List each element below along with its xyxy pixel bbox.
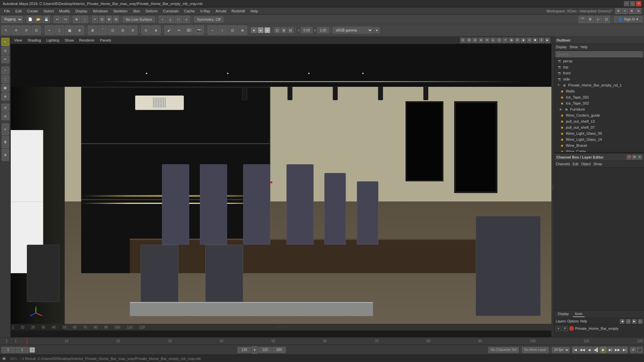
loop-btn[interactable]: ↺ — [630, 347, 636, 353]
color1[interactable]: ● — [251, 27, 257, 33]
snap-to-point[interactable]: ⊡ — [108, 25, 117, 35]
vp-icon-3[interactable]: ⊟ — [472, 38, 478, 43]
tbr-btn-4[interactable]: ◇ — [183, 16, 190, 23]
layer-opt-help[interactable]: Help — [580, 319, 587, 323]
show-manip[interactable]: ⊕ — [238, 25, 247, 35]
render-btn[interactable]: 🎬 — [579, 16, 586, 23]
layer-next-btn[interactable]: ▶ — [632, 319, 637, 324]
outliner-item-ice1[interactable]: ▣ Ice_Tape_001 — [554, 94, 644, 100]
layer-btn-2[interactable]: ≣ — [2, 136, 9, 148]
soft-select[interactable]: ⊙ — [141, 25, 151, 35]
layer-btn-1[interactable]: ≡ — [2, 123, 9, 135]
rotate-manip[interactable]: ↕ — [218, 25, 227, 35]
playback-range-btn[interactable]: ▾ — [252, 346, 258, 354]
save-scene-btn[interactable]: 💾 — [43, 16, 50, 23]
3d-scene[interactable]: X Y Z persp 1 10 20 30 40 50 60 — [11, 44, 551, 330]
redo-btn[interactable]: ↪ — [62, 16, 69, 23]
vp-ss-btn[interactable]: ⊛ — [515, 38, 520, 43]
snap-btn-4[interactable]: ⊟ — [113, 16, 119, 23]
out-menu-help[interactable]: Help — [581, 45, 588, 49]
cb-settings-btn[interactable]: ⚙ — [632, 155, 637, 160]
outliner-item-glass14[interactable]: ▣ Wine_Light_Glass_14 — [554, 136, 644, 142]
menu-display[interactable]: Display — [73, 8, 90, 14]
component-select-edge[interactable]: ⌶ — [55, 25, 64, 35]
layer-playback-btn[interactable]: P — [562, 326, 568, 331]
display-mode-2[interactable]: ⊞ — [281, 27, 287, 33]
outliner-item-wine-cable[interactable]: ▣ Wine_Cable — [554, 148, 644, 152]
layer-prev-all-btn[interactable]: ◁ — [626, 319, 631, 324]
value2-input[interactable] — [317, 27, 329, 33]
outliner-item-wine-coolers[interactable]: ▣ Wine_Coolers_guide — [554, 112, 644, 118]
vp-icon-2[interactable]: ⊞ — [466, 38, 472, 43]
layer-tab-display[interactable]: Display — [556, 311, 571, 317]
open-scene-btn[interactable]: 📂 — [35, 16, 42, 23]
color-profile-settings[interactable]: ▾ — [374, 27, 380, 33]
layer-btn-3[interactable]: ⊞ — [2, 149, 9, 161]
vp-menu-shading[interactable]: Shading — [25, 38, 43, 43]
vp-shadow-btn[interactable]: ◑ — [508, 38, 514, 43]
uvmap-btn[interactable]: ⊕ — [1, 93, 9, 101]
snap-to-curve[interactable]: ⌒ — [98, 25, 107, 35]
snap-btn-3[interactable]: ⊞ — [106, 16, 112, 23]
autokey-btn[interactable]: ⚫ — [637, 347, 643, 353]
sculpt-tool[interactable]: ✏ — [174, 25, 184, 35]
lasso-btn[interactable]: ◌ — [81, 16, 88, 23]
next-frame-btn[interactable]: ▶| — [607, 347, 614, 353]
menu-skeleton[interactable]: Skeleton — [110, 8, 130, 14]
value1-input[interactable] — [301, 27, 313, 33]
end-frame-input[interactable] — [237, 347, 251, 353]
vp-grid-btn[interactable]: ⊕ — [478, 38, 484, 43]
minimize-button[interactable]: ─ — [624, 1, 629, 6]
outliner-item-walls[interactable]: ▣ Walls — [554, 88, 644, 94]
outliner-item-persp[interactable]: 📷 persp — [554, 58, 644, 64]
select-tool[interactable]: ↖ — [1, 25, 11, 35]
go-end-btn[interactable]: ▶| — [621, 347, 628, 353]
snap-btn-1[interactable]: ⌖ — [92, 16, 98, 23]
cb-close-btn[interactable]: ✕ — [637, 155, 642, 160]
show-isolate[interactable]: ◎ — [1, 104, 9, 112]
menu-help[interactable]: Help — [248, 8, 261, 14]
paint-tool[interactable]: 🖌 — [164, 25, 174, 35]
vp-menu-show[interactable]: Show — [63, 38, 76, 43]
close-button[interactable]: ✕ — [636, 1, 641, 6]
outliner-item-shelf07[interactable]: ▣ pull_out_shelf_07 — [554, 124, 644, 130]
render-settings-btn[interactable]: ⚙ — [587, 16, 594, 23]
paint-attr-btn[interactable]: ✏ — [1, 55, 9, 63]
menu-windows[interactable]: Windows — [90, 8, 111, 14]
start-frame-input[interactable] — [1, 347, 15, 353]
camera-tool[interactable]: 📷 — [195, 25, 204, 35]
tbr-btn-1[interactable]: ○ — [159, 16, 166, 23]
timeline-playhead[interactable] — [27, 338, 28, 345]
cb-menu-object[interactable]: Object — [581, 162, 591, 166]
cb-pin-btn[interactable]: 📌 — [627, 155, 631, 160]
snap-to-plane[interactable]: ⊘ — [128, 25, 138, 35]
menu-redshift[interactable]: Redshift — [229, 8, 248, 14]
current-frame-input[interactable] — [15, 347, 29, 353]
scale-manip[interactable]: ⊡ — [228, 25, 237, 35]
component-select-face[interactable]: ▦ — [65, 25, 74, 35]
component-select-uv[interactable]: ⊕ — [75, 25, 84, 35]
paint-select-btn[interactable]: ◎ — [1, 47, 9, 55]
workspace-btn-4[interactable]: ⊟ — [635, 8, 641, 14]
layer-opt-layers[interactable]: Layers — [556, 319, 566, 323]
vp-icon-1[interactable]: ⊡ — [460, 38, 466, 43]
menu-deform[interactable]: Deform — [143, 8, 160, 14]
vp-menu-renderer[interactable]: Renderer — [77, 38, 97, 43]
panel-resize-handle[interactable] — [551, 37, 554, 337]
next-key-btn[interactable]: ▶▶ — [614, 347, 621, 353]
select-btn[interactable]: ⊕ — [73, 16, 80, 23]
maximize-button[interactable]: □ — [630, 1, 635, 6]
color2[interactable]: ● — [258, 27, 264, 33]
vertex-btn[interactable]: • — [1, 66, 9, 74]
vp-record-btn[interactable]: ⏺ — [533, 38, 538, 43]
scale-tool[interactable]: ⊡ — [32, 25, 41, 35]
color-profile-dropdown[interactable]: sRGB gamma — [333, 27, 373, 34]
sign-in-btn[interactable]: 👤 Sign In ▾ — [614, 16, 643, 22]
color3[interactable]: ● — [264, 27, 270, 33]
ipr-btn[interactable]: ▷ — [595, 16, 602, 23]
transform-tool[interactable]: ✛ — [11, 25, 21, 35]
tbr-btn-3[interactable]: □ — [175, 16, 182, 23]
layer-color-swatch[interactable] — [569, 326, 574, 331]
fps-dropdown[interactable]: 24 fps 30 fps 60 fps — [552, 347, 570, 353]
cb-menu-channels[interactable]: Channels — [556, 162, 570, 166]
